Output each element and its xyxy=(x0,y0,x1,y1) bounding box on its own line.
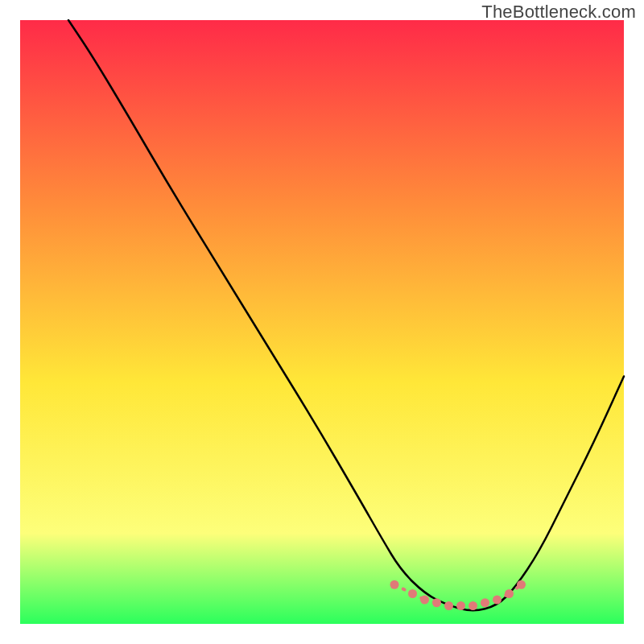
marker-dot xyxy=(432,598,441,607)
watermark-label: TheBottleneck.com xyxy=(481,2,636,23)
marker-dot xyxy=(408,589,417,598)
marker-dot xyxy=(481,598,489,607)
marker-dot xyxy=(517,580,526,589)
plot-background xyxy=(20,20,624,624)
marker-dot xyxy=(505,589,514,598)
marker-dot xyxy=(444,601,453,610)
chart-svg xyxy=(0,0,644,644)
marker-dot xyxy=(469,601,477,610)
marker-dot xyxy=(456,601,465,610)
marker-dot xyxy=(493,596,502,605)
marker-dot xyxy=(420,596,429,605)
chart-canvas: TheBottleneck.com xyxy=(0,0,644,644)
marker-dot xyxy=(390,580,399,589)
